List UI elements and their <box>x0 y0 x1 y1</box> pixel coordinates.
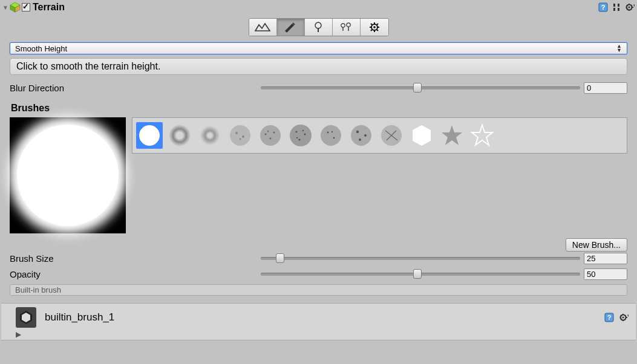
svg-point-29 <box>267 131 269 132</box>
brush-swatch-noise2[interactable] <box>257 122 284 149</box>
svg-rect-7 <box>613 8 615 11</box>
svg-point-25 <box>260 125 281 146</box>
svg-point-41 <box>356 131 359 133</box>
svg-point-17 <box>373 26 376 28</box>
svg-point-32 <box>304 133 305 135</box>
paint-tool-button[interactable] <box>277 19 305 36</box>
brushes-heading: Brushes <box>11 103 627 114</box>
svg-point-21 <box>230 125 250 146</box>
help-icon[interactable]: ? <box>598 2 608 12</box>
svg-text:?: ? <box>601 4 606 11</box>
svg-point-34 <box>302 130 304 131</box>
enabled-checkbox[interactable] <box>22 3 30 11</box>
brush-size-input[interactable] <box>584 253 627 264</box>
brush-swatch-soft-circle[interactable] <box>136 122 163 149</box>
brush-swatch-streak[interactable] <box>378 122 405 149</box>
svg-point-37 <box>327 132 329 134</box>
svg-point-33 <box>298 138 300 140</box>
component-header: ▼ Terrain ? ▾ <box>0 0 637 15</box>
svg-point-36 <box>321 125 341 146</box>
opacity-slider[interactable] <box>261 268 580 279</box>
raise-lower-tool-button[interactable] <box>249 19 277 36</box>
svg-text:▾: ▾ <box>633 3 635 7</box>
svg-marker-45 <box>413 125 431 146</box>
brush-swatch-hexagon[interactable] <box>408 122 435 149</box>
paint-mode-dropdown[interactable]: Smooth Height ▲▼ <box>10 42 627 54</box>
help-icon[interactable]: ? <box>604 313 614 322</box>
opacity-label: Opacity <box>10 269 261 279</box>
svg-point-40 <box>351 125 371 146</box>
svg-point-26 <box>265 134 267 135</box>
dropdown-arrows-icon: ▲▼ <box>616 44 622 53</box>
brush-swatch-ring1[interactable] <box>166 122 193 149</box>
svg-point-42 <box>364 134 367 137</box>
component-title: Terrain <box>33 2 65 13</box>
brush-info-field: Built-in brush <box>10 284 627 296</box>
svg-point-51 <box>622 317 624 319</box>
brush-palette <box>132 117 627 154</box>
svg-point-18 <box>139 125 160 146</box>
svg-point-27 <box>273 132 275 134</box>
svg-text:?: ? <box>607 314 612 321</box>
new-brush-button[interactable]: New Brush... <box>566 238 627 252</box>
svg-point-20 <box>200 126 220 145</box>
brush-swatch-star-outline[interactable] <box>469 122 495 149</box>
svg-rect-5 <box>613 4 615 7</box>
svg-rect-13 <box>318 28 319 32</box>
blur-direction-slider[interactable] <box>261 82 580 93</box>
settings-tool-button[interactable] <box>361 19 388 36</box>
svg-point-24 <box>240 138 241 140</box>
blur-direction-row: Blur Direction <box>10 81 627 94</box>
gear-icon[interactable]: ▾ <box>625 2 635 12</box>
gear-icon[interactable]: ▾ <box>619 313 629 322</box>
brush-size-row: Brush Size <box>10 252 627 265</box>
svg-point-30 <box>290 125 312 146</box>
svg-point-38 <box>333 137 335 139</box>
svg-point-22 <box>235 132 238 134</box>
paint-mode-selected: Smooth Height <box>15 44 67 53</box>
brush-swatch-ring2[interactable] <box>197 122 223 149</box>
foldout-toggle-icon[interactable]: ▼ <box>2 4 8 11</box>
brush-swatch-noise1[interactable] <box>227 122 253 149</box>
svg-text:▾: ▾ <box>627 313 629 317</box>
terrain-icon <box>10 2 21 13</box>
svg-point-35 <box>296 137 298 138</box>
svg-point-43 <box>359 138 361 141</box>
brush-swatch-star-filled[interactable] <box>439 122 465 149</box>
svg-rect-8 <box>618 8 619 11</box>
brush-size-label: Brush Size <box>10 253 261 264</box>
svg-point-14 <box>341 24 345 27</box>
blur-direction-input[interactable] <box>584 82 627 94</box>
svg-point-12 <box>315 22 321 28</box>
svg-point-28 <box>270 138 272 140</box>
asset-foldout-toggle-icon[interactable]: ▶ <box>16 328 629 339</box>
brush-swatch-noise3[interactable] <box>287 122 314 149</box>
brush-swatch-spotty[interactable] <box>348 122 374 149</box>
svg-point-39 <box>332 131 333 132</box>
svg-rect-6 <box>618 4 619 7</box>
opacity-row: Opacity <box>10 267 627 281</box>
brush-swatch-noise4[interactable] <box>318 122 344 149</box>
terrain-tool-toolbar <box>0 15 637 42</box>
blur-direction-label: Blur Direction <box>10 83 261 93</box>
opacity-input[interactable] <box>584 268 627 280</box>
brush-size-slider[interactable] <box>261 253 580 264</box>
svg-point-15 <box>347 23 350 27</box>
svg-point-19 <box>169 125 191 146</box>
svg-point-10 <box>629 7 630 8</box>
paint-details-tool-button[interactable] <box>333 19 361 36</box>
svg-point-31 <box>295 131 297 132</box>
svg-point-23 <box>242 135 244 138</box>
preset-icon[interactable] <box>612 2 621 12</box>
unity-logo-icon <box>16 307 36 328</box>
hint-box: Click to smooth the terrain height. <box>10 58 627 75</box>
asset-panel: builtin_brush_1 ? ▾ ▶ <box>1 303 636 340</box>
brush-preview <box>10 117 126 233</box>
asset-name-label: builtin_brush_1 <box>45 311 114 323</box>
paint-trees-tool-button[interactable] <box>305 19 333 36</box>
